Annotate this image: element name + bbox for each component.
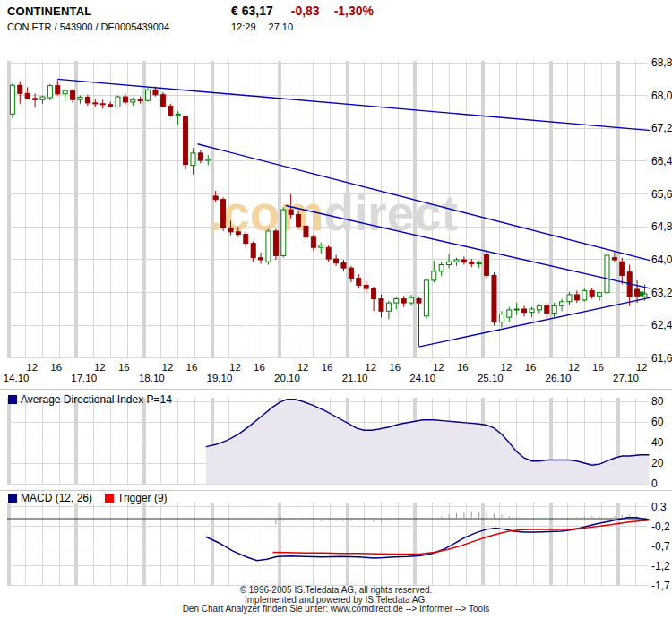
svg-text:12: 12 [365,362,376,373]
axis-labels: 121614.10121617.10121618.10121619.101216… [4,56,672,592]
gridlines [0,61,672,586]
macd-legend-label: MACD (12, 26) [21,492,92,504]
chart-analyzer-window: CONTINENTAL CON.ETR / 543900 / DE0005439… [0,0,672,619]
svg-text:14.10: 14.10 [4,373,30,383]
svg-text:12: 12 [229,362,241,373]
footer-hint: Den Chart Analyzer finden Sie unter: www… [0,605,672,615]
svg-text:0: 0 [651,477,658,490]
svg-text:17.10: 17.10 [71,373,97,383]
svg-text:-0,7: -0,7 [651,540,670,553]
svg-text:68,0: 68,0 [651,90,672,102]
chart-canvas: .comdirect121614.10121617.10121618.10121… [0,0,672,619]
svg-text:80: 80 [651,395,664,408]
adx-legend: Average Directional Index P=14 [8,394,172,405]
svg-text:62,4: 62,4 [651,319,672,331]
trigger-legend-swatch-icon [105,494,114,503]
svg-text:24.10: 24.10 [409,373,435,383]
svg-text:12: 12 [501,362,513,373]
adx-legend-label: Average Directional Index P=14 [21,393,172,406]
trigger-legend-label: Trigger (9) [117,492,168,504]
svg-text:19.10: 19.10 [207,373,233,383]
macd-legend-swatch-icon [8,494,17,503]
candlestick-panel [7,79,650,560]
svg-text:27.10: 27.10 [613,373,639,383]
svg-text:16: 16 [457,362,469,373]
svg-text:12: 12 [433,362,444,373]
svg-text:12: 12 [297,362,309,373]
svg-text:68,8: 68,8 [651,56,672,69]
svg-text:-0,2: -0,2 [651,520,670,533]
svg-text:20: 20 [651,457,664,469]
svg-text:0,3: 0,3 [651,501,667,513]
svg-text:25.10: 25.10 [478,373,504,383]
footer: © 1996-2005 IS.Teledata AG, all rights r… [0,586,672,615]
svg-text:65,6: 65,6 [651,188,672,201]
svg-text:-1,2: -1,2 [651,560,670,572]
svg-text:12: 12 [162,362,174,373]
svg-text:16: 16 [525,362,537,373]
svg-text:60: 60 [651,416,664,428]
svg-text:64,8: 64,8 [651,220,672,233]
svg-text:16: 16 [322,362,333,373]
svg-text:12: 12 [94,362,106,373]
footer-copyright: © 1996-2005 IS.Teledata AG, all rights r… [0,586,672,596]
svg-text:16: 16 [254,362,265,373]
svg-text:16: 16 [118,362,130,373]
svg-text:63,2: 63,2 [651,287,672,299]
svg-text:16: 16 [592,362,604,373]
svg-text:61,6: 61,6 [651,352,672,365]
svg-text:21.10: 21.10 [342,373,368,383]
svg-text:26.10: 26.10 [546,373,572,383]
svg-text:64,0: 64,0 [651,254,672,266]
svg-text:66,4: 66,4 [651,155,672,168]
svg-text:40: 40 [651,436,664,449]
svg-text:12: 12 [568,362,580,373]
svg-text:12: 12 [26,362,38,373]
svg-text:20.10: 20.10 [274,373,300,383]
svg-text:16: 16 [389,362,401,373]
svg-text:16: 16 [50,362,62,373]
svg-text:18.10: 18.10 [139,373,165,383]
svg-text:67,2: 67,2 [651,122,672,134]
adx-legend-swatch-icon [8,395,17,404]
svg-text:12: 12 [636,362,648,373]
svg-text:16: 16 [186,362,198,373]
macd-legend: MACD (12, 26) Trigger (9) [8,493,168,503]
